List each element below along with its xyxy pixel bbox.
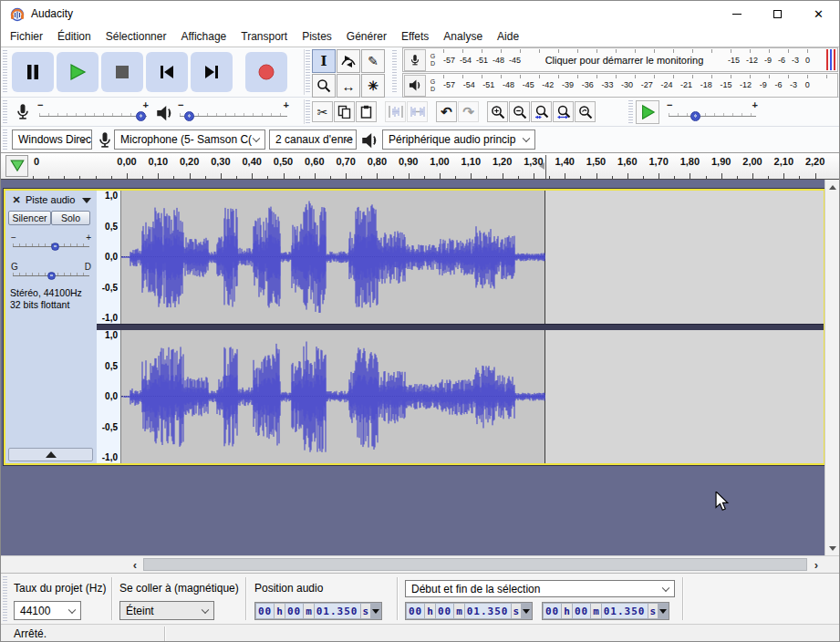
time-digits[interactable]: 00 [407, 604, 424, 618]
waveform-area-left[interactable] [121, 191, 824, 324]
play-at-speed-button[interactable] [636, 100, 659, 124]
snap-select[interactable]: Éteint [119, 601, 214, 620]
menu-aide[interactable]: Aide [490, 27, 526, 46]
cut-button[interactable]: ✂ [312, 101, 333, 122]
zoom-in-button[interactable] [487, 101, 508, 122]
zoom-tool[interactable] [312, 74, 336, 98]
stop-button[interactable] [101, 52, 143, 92]
time-digits[interactable]: 00 [573, 604, 590, 618]
track-collapse-button[interactable] [8, 448, 93, 461]
scroll-left-button[interactable]: ‹ [128, 557, 142, 572]
meter-toolbar-grip[interactable] [392, 50, 397, 94]
transport-toolbar-grip[interactable] [3, 50, 7, 94]
close-button[interactable]: ✕ [798, 1, 839, 26]
skip-end-button[interactable] [191, 52, 233, 92]
track-menu-arrow-icon[interactable] [82, 198, 91, 203]
minimize-button[interactable] [716, 1, 757, 26]
solo-button[interactable]: Solo [51, 211, 90, 225]
time-field-arrow-icon[interactable] [659, 609, 667, 614]
menu-pistes[interactable]: Pistes [295, 27, 339, 46]
pause-button[interactable] [12, 52, 54, 92]
play-speed-slider[interactable]: − + [667, 100, 758, 124]
menu-gnrer[interactable]: Générer [339, 27, 394, 46]
track-close-button[interactable]: ✕ [10, 193, 23, 206]
pan-thumb[interactable] [47, 272, 56, 280]
time-digits[interactable]: 01.350 [465, 604, 511, 618]
redo-button[interactable]: ↷ [458, 101, 479, 122]
audio-clip-right[interactable] [121, 330, 545, 463]
undo-button[interactable]: ↶ [436, 101, 457, 122]
menu-fichier[interactable]: Fichier [3, 27, 50, 46]
device-toolbar-grip[interactable] [3, 129, 7, 151]
time-digits[interactable]: 01.350 [602, 604, 648, 618]
trim-audio-button[interactable] [385, 101, 406, 122]
mixer-play-thumb[interactable] [184, 111, 194, 121]
playback-device-select[interactable]: Périphérique audio princip [382, 129, 535, 150]
selection-end-field[interactable]: 00h00m01.350s [542, 602, 669, 620]
timeshift-tool[interactable]: ↔ [337, 74, 360, 98]
record-button[interactable] [245, 52, 287, 92]
record-meter-mic-button[interactable] [404, 49, 426, 71]
scroll-up-button[interactable] [825, 180, 839, 194]
horizontal-scrollbar[interactable]: ‹ › [1, 555, 839, 573]
skip-start-button[interactable] [146, 52, 188, 92]
track-name[interactable]: Piste audio [26, 194, 75, 205]
audio-host-select[interactable]: Windows Direc [12, 129, 92, 150]
audio-clip-left[interactable] [121, 191, 545, 324]
envelope-tool[interactable] [337, 49, 360, 73]
menu-analyse[interactable]: Analyse [436, 27, 490, 46]
maximize-button[interactable] [757, 1, 798, 26]
menu-transport[interactable]: Transport [233, 27, 295, 46]
tools-toolbar-grip[interactable] [306, 50, 310, 94]
playback-volume-slider[interactable]: − + [178, 100, 289, 124]
fit-selection-button[interactable] [531, 101, 552, 122]
time-digits[interactable]: 01.350 [315, 604, 360, 618]
time-digits[interactable]: 00 [256, 604, 274, 618]
project-rate-select[interactable]: 44100 [14, 601, 81, 620]
time-digits[interactable]: 00 [544, 604, 561, 618]
multi-tool[interactable]: ✳ [361, 74, 385, 98]
mute-button[interactable]: Silencer [8, 211, 51, 225]
scroll-right-button[interactable]: › [809, 557, 824, 572]
audio-position-field[interactable]: 00h00m01.350s [254, 602, 382, 620]
channel-separator[interactable] [97, 324, 824, 330]
selection-start-field[interactable]: 00h00m01.350s [405, 602, 533, 620]
time-field-arrow-icon[interactable] [372, 609, 379, 614]
paste-button[interactable] [356, 101, 377, 122]
edit-toolbar-grip[interactable] [306, 100, 310, 123]
selection-tool[interactable]: I [312, 49, 336, 73]
play-speed-thumb[interactable] [690, 111, 700, 121]
scroll-down-button[interactable] [825, 541, 839, 555]
timeline-ruler[interactable]: 0 0,000,100,200,300,400,500,600,700,800,… [1, 153, 839, 180]
selection-toolbar-grip[interactable] [3, 576, 7, 621]
horizontal-scroll-thumb[interactable] [143, 558, 807, 571]
time-digits[interactable]: 00 [285, 604, 303, 618]
play-button[interactable] [57, 52, 99, 92]
menu-slectionner[interactable]: Sélectionner [99, 27, 174, 46]
menu-effets[interactable]: Effets [394, 27, 436, 46]
waveform-area-right[interactable] [121, 330, 824, 463]
mixer-toolbar-grip[interactable] [3, 100, 7, 123]
gain-thumb[interactable] [51, 243, 59, 251]
silence-audio-button[interactable] [407, 101, 428, 122]
recording-meter[interactable]: GD -57-54-51-48-45 Cliquer pour démarrer… [402, 47, 838, 72]
recording-device-select[interactable]: Microphone (5- Samson C( [114, 129, 265, 150]
playback-meter[interactable]: GD -57-54-51-48-45-42-39-36-33-30-27-24-… [402, 73, 838, 98]
fit-project-button[interactable] [553, 101, 574, 122]
zoom-toggle-button[interactable] [575, 101, 596, 122]
track-workspace[interactable]: ✕ Piste audio Silencer Solo − + G D [1, 180, 839, 555]
time-digits[interactable]: 00 [436, 604, 453, 618]
pan-slider[interactable]: G D [11, 264, 91, 282]
menu-affichage[interactable]: Affichage [173, 27, 233, 46]
timeline-pin-button[interactable] [5, 155, 28, 177]
play-speed-toolbar-grip[interactable] [628, 100, 633, 123]
selection-mode-select[interactable]: Début et fin de la sélection [405, 580, 675, 597]
menu-dition[interactable]: Édition [50, 27, 99, 46]
zoom-out-button[interactable] [509, 101, 530, 122]
record-volume-slider[interactable]: − + [37, 100, 149, 124]
draw-tool[interactable]: ✎ [361, 49, 385, 73]
mixer-record-thumb[interactable] [136, 111, 146, 121]
vertical-scrollbar[interactable] [824, 180, 839, 555]
recording-channels-select[interactable]: 2 canaux d'enre [269, 129, 357, 150]
copy-button[interactable] [334, 101, 355, 122]
